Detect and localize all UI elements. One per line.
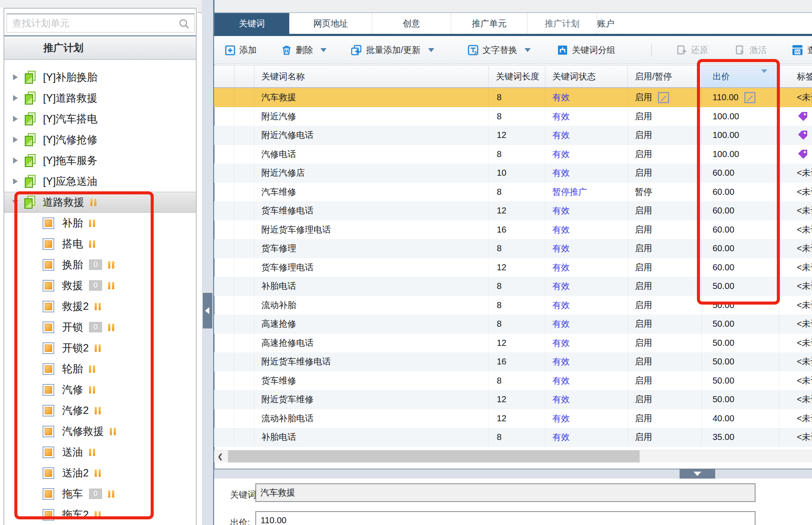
bid-value[interactable]: 110.00 bbox=[713, 92, 739, 102]
bid-cell[interactable]: 60.00 bbox=[702, 201, 779, 220]
toggle-value[interactable]: 启用 bbox=[635, 431, 652, 443]
enable-pause-cell[interactable]: 启用 bbox=[628, 220, 702, 240]
bid-cell[interactable]: 60.00 bbox=[702, 220, 779, 240]
search-input[interactable]: 查找计划单元 bbox=[7, 13, 195, 33]
keyword-name-cell[interactable]: 流动补胎 bbox=[254, 296, 489, 315]
table-row[interactable]: 高速抢修电话 12 有效 启用 50.00 <未设置> bbox=[214, 334, 812, 353]
bid-value[interactable]: 50.00 bbox=[713, 338, 734, 348]
bottom-splitter[interactable] bbox=[214, 469, 812, 479]
keyword-name-cell[interactable]: 货车维修电话 bbox=[254, 201, 489, 220]
table-row[interactable]: 补胎电话 8 有效 启用 50.00 <未设置> bbox=[214, 277, 812, 296]
sidebar-item-unit[interactable]: 轮胎 bbox=[4, 358, 196, 379]
add-button[interactable]: 添加 bbox=[225, 36, 257, 64]
tab[interactable]: 关键词 bbox=[215, 13, 289, 34]
plan-label[interactable]: [Y]应急送油 bbox=[43, 174, 97, 188]
enable-pause-cell[interactable]: 启用 bbox=[628, 428, 702, 447]
sidebar-item-unit[interactable]: 拖车2 bbox=[4, 504, 196, 525]
bid-cell[interactable]: 35.00 bbox=[702, 428, 779, 447]
toggle-value[interactable]: 启用 bbox=[635, 92, 652, 103]
table-row[interactable]: 补胎电话 8 有效 启用 35.00 <未设置> bbox=[214, 428, 812, 447]
unit-label[interactable]: 换胎 bbox=[62, 258, 83, 272]
bid-value[interactable]: 50.00 bbox=[713, 319, 734, 329]
sidebar-item-unit[interactable]: 送油2 bbox=[4, 463, 196, 483]
keyword-name-cell[interactable]: 补胎电话 bbox=[254, 428, 489, 447]
search-icon[interactable] bbox=[178, 18, 190, 30]
toggle-value[interactable]: 启用 bbox=[635, 337, 652, 349]
row-select-cell[interactable] bbox=[214, 201, 234, 220]
enable-pause-cell[interactable]: 启用 bbox=[628, 239, 702, 258]
sidebar-item-plan[interactable]: [Y]汽修抢修 bbox=[4, 129, 196, 150]
table-row[interactable]: 汽车救援 8 有效 启用 110.00 <未设置> bbox=[214, 88, 812, 107]
unit-label[interactable]: 汽修2 bbox=[62, 404, 89, 417]
keyword-name-cell[interactable]: 流动补胎电话 bbox=[254, 409, 489, 428]
keyword-name-cell[interactable]: 附近货车维修 bbox=[254, 390, 489, 409]
sidebar-item-unit[interactable]: 换胎 0 bbox=[4, 254, 196, 275]
sidebar-item-unit[interactable]: 搭电 bbox=[4, 233, 196, 254]
table-row[interactable]: 附近货车维修电话 16 有效 启用 50.00 <未设置> bbox=[214, 352, 812, 371]
bid-cell[interactable]: 100.00 bbox=[702, 107, 779, 126]
row-select-cell[interactable] bbox=[214, 88, 234, 107]
sidebar-item-plan[interactable]: [Y]补胎换胎 bbox=[4, 67, 196, 88]
table-row[interactable]: 附近货车维修 12 有效 启用 50.00 <未设置> bbox=[214, 390, 812, 409]
expand-arrow-icon[interactable] bbox=[13, 158, 18, 164]
row-select-cell[interactable] bbox=[214, 107, 234, 126]
table-row[interactable]: 汽修电话 8 有效 启用 100.00 bbox=[214, 145, 812, 164]
bid-value[interactable]: 60.00 bbox=[713, 225, 734, 235]
plan-label[interactable]: 道路救援 bbox=[43, 195, 84, 209]
bid-cell[interactable]: 60.00 bbox=[702, 164, 779, 183]
enable-pause-cell[interactable]: 启用 bbox=[628, 352, 702, 371]
enable-pause-cell[interactable]: 启用 bbox=[628, 88, 702, 107]
row-select-cell[interactable] bbox=[214, 277, 234, 296]
sidebar-item-unit[interactable]: 汽修2 bbox=[4, 400, 196, 421]
unit-label[interactable]: 救援 bbox=[62, 279, 83, 292]
sidebar-item-plan[interactable]: [Y]拖车服务 bbox=[4, 150, 196, 171]
enable-pause-cell[interactable]: 启用 bbox=[628, 334, 702, 353]
header-tag[interactable]: 标签 bbox=[779, 66, 812, 87]
row-select-cell[interactable] bbox=[214, 409, 234, 428]
bid-value[interactable]: 60.00 bbox=[713, 262, 734, 272]
panel-splitter[interactable] bbox=[202, 0, 213, 525]
unit-label[interactable]: 救援2 bbox=[62, 299, 89, 313]
keyword-name-cell[interactable]: 货车维修 bbox=[254, 371, 489, 390]
keyword-name-cell[interactable]: 附近汽修 bbox=[254, 107, 489, 126]
row-select-cell[interactable] bbox=[214, 258, 234, 277]
table-row[interactable]: 货车维修 8 有效 启用 50.00 <未设置> bbox=[214, 371, 812, 390]
row-select-cell[interactable] bbox=[214, 428, 234, 447]
batch-add-update-button[interactable]: 批量添加/更新 bbox=[351, 36, 434, 64]
table-row[interactable]: 附近汽修电话 12 有效 启用 100.00 bbox=[214, 126, 812, 145]
row-select-cell[interactable] bbox=[214, 126, 234, 145]
sidebar-item-plan[interactable]: [Y]应急送油 bbox=[4, 171, 196, 192]
header-enable-pause[interactable]: 启用/暂停 bbox=[628, 66, 702, 87]
sidebar-item-unit[interactable]: 开锁 0 bbox=[4, 317, 196, 338]
expand-arrow-icon[interactable] bbox=[13, 178, 18, 184]
row-select-cell[interactable] bbox=[214, 183, 234, 202]
bid-value[interactable]: 50.00 bbox=[713, 281, 734, 291]
chevron-down-icon[interactable] bbox=[525, 48, 531, 52]
header-select-column[interactable] bbox=[214, 66, 234, 87]
bid-cell[interactable]: 50.00 bbox=[702, 352, 779, 371]
table-row[interactable]: 附近汽修 8 有效 启用 100.00 bbox=[214, 107, 812, 126]
sidebar-item-unit[interactable]: 救援2 bbox=[4, 296, 196, 317]
bid-cell[interactable]: 50.00 bbox=[702, 390, 779, 409]
table-row[interactable]: 流动补胎电话 12 有效 启用 40.00 <未设置> bbox=[214, 409, 812, 428]
bid-cell[interactable]: 60.00 bbox=[702, 239, 779, 258]
enable-pause-cell[interactable]: 启用 bbox=[628, 164, 702, 183]
scrollbar-thumb[interactable] bbox=[228, 450, 640, 463]
toggle-value[interactable]: 启用 bbox=[635, 205, 652, 217]
bid-field[interactable] bbox=[255, 511, 756, 525]
bid-cell[interactable]: 60.00 bbox=[702, 258, 779, 277]
enable-pause-cell[interactable]: 启用 bbox=[628, 126, 702, 145]
toggle-value[interactable]: 启用 bbox=[635, 318, 652, 330]
bid-cell[interactable]: 50.00 bbox=[702, 315, 779, 334]
row-select-cell[interactable] bbox=[214, 239, 234, 258]
enable-pause-cell[interactable]: 启用 bbox=[628, 145, 702, 164]
enable-pause-cell[interactable]: 启用 bbox=[628, 201, 702, 220]
bid-value[interactable]: 40.00 bbox=[713, 413, 734, 423]
table-row[interactable]: 高速抢修 8 有效 启用 50.00 <未设置> bbox=[214, 315, 812, 334]
bid-cell[interactable]: 40.00 bbox=[702, 409, 779, 428]
horizontal-scrollbar[interactable]: ❮ bbox=[214, 450, 812, 462]
tab[interactable]: 推广计划 bbox=[527, 13, 597, 34]
scroll-left-button[interactable]: ❮ bbox=[214, 450, 226, 463]
text-replace-button[interactable]: 文字替换 bbox=[468, 36, 531, 64]
expand-arrow-icon[interactable] bbox=[13, 137, 18, 143]
